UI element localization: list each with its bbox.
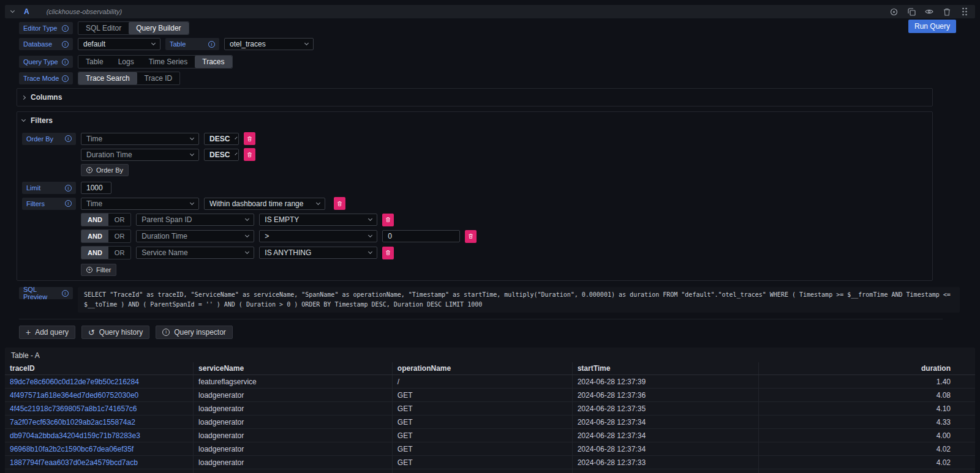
filter-field-select[interactable]: Time (81, 198, 199, 210)
or-option[interactable]: OR (108, 230, 131, 242)
query-inspector-button[interactable]: i Query inspector (156, 326, 233, 339)
order-by-field-select[interactable]: Time (81, 133, 199, 145)
results-table: traceID serviceName operationName startT… (5, 362, 975, 473)
add-order-by-button[interactable]: + Order By (81, 164, 129, 176)
and-option[interactable]: AND (81, 247, 108, 259)
or-option[interactable]: OR (108, 214, 131, 226)
add-filter-row: + Filter (22, 264, 927, 276)
query-type-logs[interactable]: Logs (111, 56, 141, 68)
trace-id-link[interactable]: 7a2f07ecf63c60b1029ab2ac155874a2 (5, 415, 194, 428)
info-icon: i (65, 185, 72, 192)
chevron-down-icon (245, 217, 249, 221)
service-name-cell: featureflagservice (194, 375, 393, 388)
duration-cell: 4.00 (759, 469, 975, 473)
editor-type-query-builder[interactable]: Query Builder (129, 22, 188, 34)
filter-field-select[interactable]: Service Name (136, 247, 254, 259)
drag-handle-icon[interactable] (960, 7, 969, 16)
grafana-query-page: A (clickhouse-observability) (0, 0, 980, 473)
service-name-cell: loadgenerator (194, 429, 393, 442)
duration-cell: 4.02 (759, 442, 975, 455)
trace-id-link[interactable]: db9704a2bbda34204d159c71b78283e3 (5, 429, 194, 442)
table-label: Table i (165, 38, 219, 50)
table-row: 62df1ec9a29728c9e29536c20d140226 loadgen… (5, 469, 975, 473)
trace-mode-trace-search[interactable]: Trace Search (78, 72, 137, 84)
or-option[interactable]: OR (108, 247, 131, 259)
filter-field-select[interactable]: Duration Time (136, 230, 254, 242)
query-type-traces[interactable]: Traces (195, 56, 232, 68)
chevron-down-icon (190, 200, 194, 204)
plus-icon: + (26, 328, 31, 337)
record-circle-icon[interactable] (889, 7, 898, 16)
remove-filter-trash-icon[interactable] (334, 197, 345, 210)
info-icon: i (62, 75, 69, 82)
chevron-right-icon (21, 95, 26, 99)
sql-preview-code: SELECT "TraceId" as traceID, "ServiceNam… (78, 287, 960, 313)
filter-operator-select[interactable]: > (259, 230, 377, 242)
filter-condition-row: AND OR Service Name IS ANYTHING (22, 246, 927, 259)
trace-mode-trace-id[interactable]: Trace ID (137, 72, 180, 84)
remove-order-by-trash-icon[interactable] (244, 148, 255, 161)
table-row: 96968b10fa2b2c1590bc67dea06ef35f loadgen… (5, 442, 975, 456)
info-icon: i (65, 200, 72, 207)
chevron-down-icon (190, 151, 194, 155)
order-by-direction-select[interactable]: DESC (204, 149, 239, 161)
order-by-direction-select[interactable]: DESC (204, 133, 239, 145)
toggle-visibility-eye-icon[interactable] (925, 7, 933, 16)
column-header-starttime[interactable]: startTime (573, 362, 759, 374)
remove-filter-trash-icon[interactable] (382, 214, 394, 226)
query-type-time-series[interactable]: Time Series (141, 56, 195, 68)
table-select[interactable]: otel_traces (224, 38, 314, 50)
database-table-row: Database i default Table i otel_traces (19, 38, 948, 50)
add-query-button[interactable]: + Add query (19, 326, 75, 339)
database-select[interactable]: default (78, 38, 160, 50)
and-or-group: AND OR (81, 213, 131, 226)
limit-row: Limit i (22, 182, 927, 194)
trace-id-link[interactable]: 62df1ec9a29728c9e29536c20d140226 (5, 469, 194, 473)
service-name-cell: loadgenerator (194, 442, 393, 455)
trace-id-link[interactable]: 96968b10fa2b2c1590bc67dea06ef35f (5, 442, 194, 455)
remove-filter-trash-icon[interactable] (382, 247, 394, 259)
trace-id-link[interactable]: 1887794f7eaa6037d0e2a4579bcd7acb (5, 456, 194, 469)
table-body: 89dc7e8c6060c0d12de7e9b50c216284 feature… (5, 375, 975, 473)
filter-operator-select[interactable]: Within dashboard time range (204, 198, 325, 210)
operation-name-cell: GET (393, 442, 573, 455)
chevron-down-icon (316, 200, 320, 204)
filters-section-toggle[interactable]: Filters (22, 115, 927, 126)
filters-label: Filters i (22, 198, 76, 210)
order-by-field-select[interactable]: Duration Time (81, 149, 199, 161)
delete-query-trash-icon[interactable] (943, 7, 951, 16)
info-circle-icon: i (162, 329, 170, 336)
add-filter-button[interactable]: + Filter (81, 264, 116, 276)
query-row-header[interactable]: A (clickhouse-observability) (5, 5, 975, 18)
remove-filter-trash-icon[interactable] (465, 230, 477, 243)
columns-section-toggle[interactable]: Columns (22, 92, 927, 103)
remove-order-by-trash-icon[interactable] (244, 132, 255, 145)
query-type-table[interactable]: Table (78, 56, 111, 68)
start-time-cell: 2024-06-28 12:37:34 (573, 429, 759, 442)
trace-id-link[interactable]: 89dc7e8c6060c0d12de7e9b50c216284 (5, 375, 194, 388)
trace-id-link[interactable]: 4f45c21918c73698057a8b1c741657c6 (5, 402, 194, 415)
service-name-cell: loadgenerator (194, 389, 393, 401)
column-header-traceid[interactable]: traceID (5, 362, 194, 374)
filter-condition-row: AND OR Duration Time > (22, 229, 927, 243)
trace-id-link[interactable]: 4f497571a618e364ed7ded60752030e0 (5, 389, 194, 401)
service-name-cell: loadgenerator (194, 456, 393, 469)
column-header-servicename[interactable]: serviceName (194, 362, 393, 374)
and-option[interactable]: AND (81, 230, 108, 242)
collapse-query-chevron-icon[interactable] (10, 9, 15, 13)
chevron-down-icon (368, 233, 372, 237)
duplicate-query-icon[interactable] (907, 7, 916, 16)
limit-label: Limit i (22, 182, 76, 194)
editor-type-sql-editor[interactable]: SQL Editor (78, 22, 129, 34)
limit-input[interactable] (81, 182, 111, 194)
and-option[interactable]: AND (81, 214, 108, 226)
filter-value-input[interactable] (382, 230, 460, 242)
column-header-duration[interactable]: duration (759, 362, 975, 374)
filter-operator-select[interactable]: IS EMPTY (259, 214, 377, 226)
filter-operator-select[interactable]: IS ANYTHING (259, 247, 377, 259)
column-header-operationname[interactable]: operationName (393, 362, 573, 374)
filter-field-select[interactable]: Parent Span ID (136, 214, 254, 226)
query-history-button[interactable]: ↺ Query history (81, 326, 149, 339)
run-query-button[interactable]: Run Query (908, 20, 956, 33)
chevron-down-icon (368, 250, 372, 254)
